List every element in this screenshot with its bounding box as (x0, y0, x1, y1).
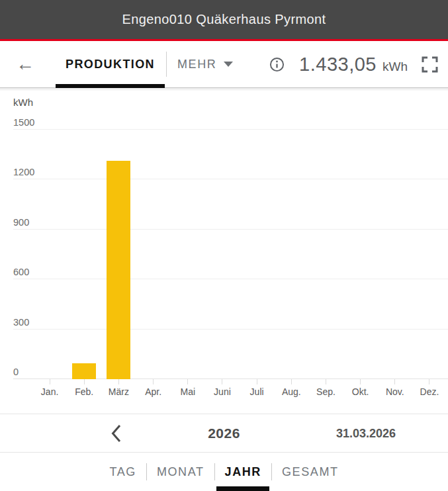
y-tick-label-300: 300 (13, 317, 29, 328)
x-category-Sep: Sep. (308, 379, 343, 397)
x-tick-mark (84, 379, 85, 384)
x-category-März: März (101, 379, 136, 397)
info-icon (269, 57, 285, 72)
x-tick-mark (394, 379, 395, 384)
bar-Nov[interactable] (378, 130, 412, 379)
x-tick-mark (118, 379, 119, 384)
chart-plot: 030060090012001500 (13, 130, 448, 379)
reference-date-label: 31.03.2026 (336, 426, 396, 440)
x-tick-label: Mai (180, 386, 195, 397)
x-tick-mark (360, 379, 361, 384)
x-tick-label: Juni (214, 386, 231, 397)
x-tick-label: Okt. (352, 386, 369, 397)
x-tick-label: Juli (250, 386, 264, 397)
x-tick-label: Aug. (282, 386, 301, 397)
back-button[interactable]: ← (16, 55, 36, 73)
chart-bars (32, 130, 447, 379)
toolbar-divider (166, 52, 167, 77)
x-category-Okt: Okt. (343, 379, 378, 397)
x-category-Juni: Juni (205, 379, 240, 397)
bar-Sep[interactable] (308, 130, 343, 379)
x-category-Dez: Dez. (412, 379, 447, 397)
bar-Feb[interactable] (67, 130, 101, 379)
x-tick-mark (153, 379, 154, 384)
page-title: Engeno010 Quäkerhaus Pyrmont (122, 12, 326, 27)
range-tab-jahr[interactable]: JAHR (215, 453, 271, 491)
range-tab-tag[interactable]: TAG (99, 453, 146, 491)
bar-Mai[interactable] (171, 130, 205, 379)
bar-Juni[interactable] (205, 130, 240, 379)
y-tick-label-1500: 1500 (13, 117, 34, 128)
bar-Apr[interactable] (136, 130, 171, 379)
mehr-dropdown[interactable]: MEHR (172, 58, 238, 71)
x-tick-label: Nov. (386, 386, 404, 397)
x-category-Nov: Nov. (378, 379, 412, 397)
previous-period-button[interactable] (103, 414, 128, 452)
bar-rect (107, 161, 130, 380)
x-tick-label: Jan. (41, 386, 58, 397)
x-category-Juli: Juli (240, 379, 274, 397)
y-tick-label-0: 0 (13, 367, 19, 377)
bar-Dez[interactable] (412, 130, 447, 379)
bar-März[interactable] (101, 130, 136, 379)
x-tick-label: März (109, 386, 129, 397)
tab-produktion[interactable]: PRODUKTION (56, 41, 165, 87)
range-tab-bar: TAGMONATJAHRGESAMT (0, 452, 448, 491)
x-tick-mark (326, 379, 326, 384)
x-tick-label: Apr. (145, 386, 161, 397)
bar-Jan[interactable] (32, 130, 67, 379)
x-category-Jan: Jan. (32, 379, 67, 397)
bar-rect (72, 363, 96, 379)
x-category-Feb: Feb. (67, 379, 101, 397)
app-header: Engeno010 Quäkerhaus Pyrmont (0, 0, 448, 41)
x-tick-mark (257, 379, 257, 384)
chevron-down-icon (224, 62, 233, 67)
toolbar: ← PRODUKTION MEHR 1.433,05 kWh (0, 41, 448, 88)
period-navigation: 2026 31.03.2026 (0, 414, 448, 452)
total-production: 1.433,05 kWh (299, 54, 408, 75)
chart-x-axis: Jan.Feb.MärzApr.MaiJuniJuliAug.Sep.Okt.N… (32, 379, 447, 397)
chevron-left-icon (111, 424, 121, 443)
bar-Okt[interactable] (343, 130, 378, 379)
info-button[interactable] (269, 57, 285, 72)
total-production-unit: kWh (382, 60, 408, 74)
x-tick-mark (50, 379, 50, 384)
production-chart: kWh 030060090012001500 Jan.Feb.MärzApr.M… (0, 88, 448, 414)
range-tab-monat[interactable]: MONAT (147, 453, 214, 491)
current-year-label: 2026 (208, 425, 240, 441)
x-tick-label: Dez. (420, 386, 439, 397)
x-tick-mark (222, 379, 222, 384)
y-tick-label-600: 600 (13, 267, 29, 277)
x-tick-mark (187, 379, 188, 384)
bar-Juli[interactable] (240, 130, 274, 379)
mehr-label: MEHR (177, 58, 216, 71)
x-category-Aug: Aug. (274, 379, 308, 397)
bar-Aug[interactable] (274, 130, 308, 379)
y-tick-label-900: 900 (13, 217, 29, 228)
total-production-value: 1.433,05 (299, 54, 377, 75)
x-category-Apr: Apr. (136, 379, 171, 397)
range-tab-gesamt[interactable]: GESAMT (272, 453, 349, 491)
fullscreen-icon (421, 56, 439, 73)
x-tick-label: Sep. (316, 386, 336, 397)
x-tick-mark (429, 379, 429, 384)
x-category-Mai: Mai (171, 379, 205, 397)
y-tick-label-1200: 1200 (13, 167, 34, 177)
x-tick-mark (291, 379, 292, 384)
fullscreen-button[interactable] (421, 56, 439, 73)
arrow-left-icon: ← (16, 55, 34, 73)
x-tick-label: Feb. (75, 386, 93, 397)
y-axis-unit-label: kWh (13, 97, 33, 108)
